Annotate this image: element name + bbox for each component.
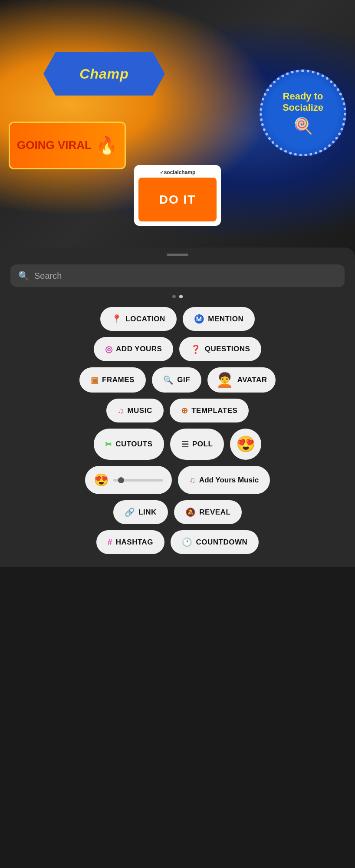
music-label: MUSIC xyxy=(127,406,152,415)
dot-1 xyxy=(172,295,176,298)
link-icon: 🔗 xyxy=(125,507,135,517)
link-label: LINK xyxy=(138,508,157,517)
card-text: DO IT xyxy=(159,193,196,207)
dot-2 xyxy=(179,295,183,298)
avatar-icon: 🧑‍🦱 xyxy=(216,372,234,388)
photo-area: Champ GOING VIRAL 🔥 Ready to Socialize 🍭… xyxy=(0,0,355,261)
frames-button[interactable]: ▣ FRAMES xyxy=(79,367,146,393)
poll-label: POLL xyxy=(192,440,213,449)
reveal-button[interactable]: 🔕 REVEAL xyxy=(174,500,242,524)
sticker-row-5: ✂ CUTOUTS ☰ POLL 😍 xyxy=(10,429,345,460)
hashtag-icon: # xyxy=(108,538,112,547)
search-bar[interactable]: 🔍 Search xyxy=(10,264,345,287)
cutouts-button[interactable]: ✂ CUTOUTS xyxy=(94,429,164,460)
hashtag-button[interactable]: # HASHTAG xyxy=(96,530,164,554)
slider-thumb xyxy=(118,477,124,483)
sticker-row-3: ▣ FRAMES 🔍 GIF 🧑‍🦱 AVATAR xyxy=(10,367,345,393)
sticker-row-8: # HASHTAG 🕐 COUNTDOWN xyxy=(10,530,345,554)
viral-sticker: GOING VIRAL 🔥 xyxy=(9,122,126,169)
add-yours-music-button[interactable]: ♫ Add Yours Music xyxy=(178,466,270,494)
questions-label: QUESTIONS xyxy=(205,345,250,353)
emoji-face-icon: 😍 xyxy=(236,435,256,453)
music-icon: ♫ xyxy=(118,406,124,416)
link-button[interactable]: 🔗 LINK xyxy=(113,500,168,524)
gif-button[interactable]: 🔍 GIF xyxy=(152,367,201,393)
search-icon: 🔍 xyxy=(18,271,29,281)
card-orange-area: DO IT xyxy=(138,178,217,221)
sticker-panel: 🔍 Search 📍 LOCATION Ⓜ️ MENTION ◎ ADD YOU… xyxy=(0,248,355,567)
card-logo: ✓socialchamp xyxy=(160,169,196,175)
gif-icon: 🔍 xyxy=(163,375,174,385)
reveal-icon: 🔕 xyxy=(185,507,196,517)
templates-icon: ⊕ xyxy=(181,406,188,416)
sticker-row-2: ◎ ADD YOURS ❓ QUESTIONS xyxy=(10,337,345,361)
avatar-label: AVATAR xyxy=(237,376,267,384)
slider-emoji-icon: 😍 xyxy=(94,473,109,487)
templates-button[interactable]: ⊕ TEMPLATES xyxy=(170,399,249,422)
viral-label: GOING VIRAL xyxy=(17,139,92,152)
hashtag-label: HASHTAG xyxy=(116,538,153,547)
candy-emoji: 🍭 xyxy=(293,117,313,135)
add-yours-button[interactable]: ◎ ADD YOURS xyxy=(94,337,174,361)
mention-label: MENTION xyxy=(208,315,243,323)
mention-button[interactable]: Ⓜ️ MENTION xyxy=(183,307,255,331)
questions-button[interactable]: ❓ QUESTIONS xyxy=(179,337,261,361)
frames-icon: ▣ xyxy=(91,375,99,385)
emoji-slider-button[interactable]: 😍 xyxy=(85,466,172,494)
viral-emoji: 🔥 xyxy=(96,135,118,156)
countdown-label: COUNTDOWN xyxy=(196,538,248,547)
add-yours-music-label: Add Yours Music xyxy=(199,476,259,485)
add-yours-icon: ◎ xyxy=(105,344,113,354)
countdown-icon: 🕐 xyxy=(182,537,193,547)
add-yours-label: ADD YOURS xyxy=(116,345,162,353)
champ-sticker: Champ xyxy=(43,52,165,96)
social-sticker: Ready to Socialize 🍭 xyxy=(260,69,346,156)
page-dots xyxy=(10,295,345,298)
slider-track xyxy=(113,479,163,482)
templates-label: TEMPLATES xyxy=(191,406,237,415)
search-placeholder[interactable]: Search xyxy=(34,271,337,281)
social-champ-card: ✓socialchamp DO IT xyxy=(134,165,221,226)
poll-icon: ☰ xyxy=(181,439,189,449)
cutouts-label: CUTOUTS xyxy=(115,440,152,449)
location-label: LOCATION xyxy=(125,315,165,323)
poll-button[interactable]: ☰ POLL xyxy=(170,429,224,460)
frames-label: FRAMES xyxy=(102,376,135,384)
avatar-button[interactable]: 🧑‍🦱 AVATAR xyxy=(207,367,276,393)
reveal-label: REVEAL xyxy=(199,508,230,517)
location-button[interactable]: 📍 LOCATION xyxy=(100,307,177,331)
add-yours-music-icon: ♫ xyxy=(189,475,196,485)
music-button[interactable]: ♫ MUSIC xyxy=(106,399,164,422)
champ-label: Champ xyxy=(79,66,128,82)
countdown-button[interactable]: 🕐 COUNTDOWN xyxy=(171,530,259,554)
sticker-grid: 📍 LOCATION Ⓜ️ MENTION ◎ ADD YOURS ❓ QUES… xyxy=(10,307,345,554)
location-icon: 📍 xyxy=(112,314,122,324)
gif-label: GIF xyxy=(177,376,190,384)
sticker-row-1: 📍 LOCATION Ⓜ️ MENTION xyxy=(10,307,345,331)
mention-icon: Ⓜ️ xyxy=(194,314,205,324)
emoji-circle-button[interactable]: 😍 xyxy=(230,429,261,460)
social-label: Ready to Socialize xyxy=(262,91,344,114)
cutouts-icon: ✂ xyxy=(105,439,112,449)
sticker-row-7: 🔗 LINK 🔕 REVEAL xyxy=(10,500,345,524)
questions-icon: ❓ xyxy=(191,344,201,354)
sticker-row-4: ♫ MUSIC ⊕ TEMPLATES xyxy=(10,399,345,422)
sticker-row-6: 😍 ♫ Add Yours Music xyxy=(10,466,345,494)
drag-handle[interactable] xyxy=(167,254,188,256)
